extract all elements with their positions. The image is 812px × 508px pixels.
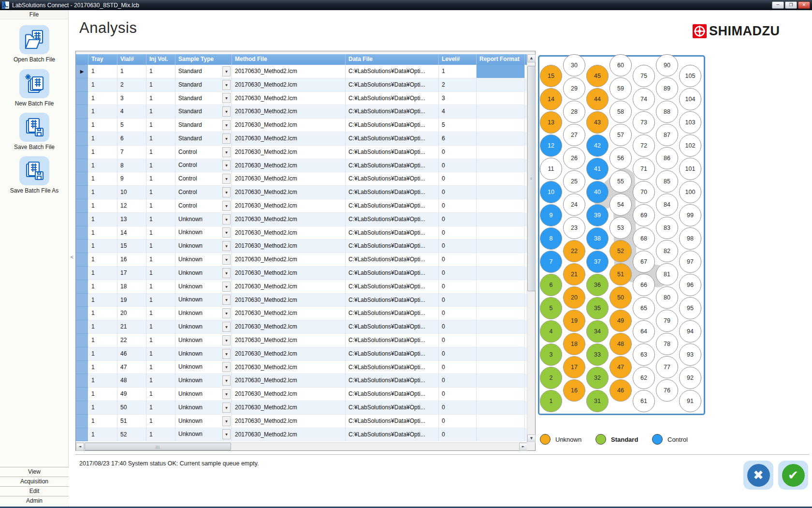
sample-type-dropdown-icon[interactable]: ▼ [222,282,231,292]
row-selector[interactable] [76,361,88,374]
row-selector[interactable] [76,374,88,388]
data-file-cell[interactable]: C:¥LabSolutions¥Data¥Opti... [346,132,439,146]
row-selector[interactable] [76,239,88,253]
method-file-cell[interactable]: 20170630_Method2.lcm [232,65,346,78]
inj-vol-cell[interactable]: 1 [146,159,175,173]
horizontal-scrollbar[interactable]: ◄ ||| ► [76,442,527,450]
tray-cell[interactable]: 1 [88,105,117,119]
row-selector[interactable] [76,388,88,401]
vial-cell[interactable]: 14 [117,226,146,240]
inj-vol-cell[interactable]: 1 [146,401,175,415]
vial-circle[interactable]: 71 [633,158,655,180]
confirm-button[interactable]: ✔ [778,461,808,490]
vial-cell[interactable]: 47 [117,361,146,374]
tray-cell[interactable]: 1 [88,415,117,428]
inj-vol-cell[interactable]: 1 [146,320,175,334]
report-format-cell[interactable] [477,401,525,415]
level-cell[interactable]: 0 [439,415,477,428]
table-row[interactable]: 1181Unknown▼20170630_Method2.lcmC:¥LabSo… [76,280,535,294]
method-file-cell[interactable]: 20170630_Method2.lcm [232,267,346,280]
row-selector[interactable] [76,146,88,159]
vial-circle[interactable]: 57 [609,124,632,146]
row-selector[interactable] [76,78,88,92]
save-batch-file-as-button[interactable]: Save Batch File As [0,156,69,194]
scroll-left-icon[interactable]: ◄ [76,443,84,451]
vial-cell[interactable]: 20 [117,307,146,320]
sample-type-cell[interactable]: Unknown▼ [175,374,232,388]
row-selector[interactable] [76,186,88,199]
tray-cell[interactable]: 1 [88,361,117,374]
table-row[interactable]: 1201Unknown▼20170630_Method2.lcmC:¥LabSo… [76,307,535,320]
sample-type-dropdown-icon[interactable]: ▼ [222,227,231,238]
vial-circle[interactable]: 70 [633,181,655,203]
table-row[interactable]: 161Standard▼20170630_Method2.lcmC:¥LabSo… [76,132,535,146]
report-format-cell[interactable] [477,172,525,186]
vial-circle[interactable]: 63 [633,344,655,366]
vial-circle[interactable]: 95 [679,297,701,319]
row-selector[interactable] [76,105,88,119]
vial-circle[interactable]: 41 [586,158,609,180]
sample-type-cell[interactable]: Unknown▼ [175,267,232,280]
vial-cell[interactable]: 5 [117,119,146,132]
row-selector[interactable] [76,119,88,132]
vial-circle[interactable]: 35 [586,297,609,319]
row-selector[interactable] [76,132,88,146]
tray-cell[interactable]: 1 [88,307,117,320]
vial-circle[interactable]: 46 [609,379,632,402]
report-format-cell[interactable] [477,294,525,307]
tray-cell[interactable]: 1 [88,401,117,415]
level-cell[interactable]: 1 [439,65,477,78]
method-file-cell[interactable]: 20170630_Method2.lcm [232,428,346,442]
table-row[interactable]: 1171Unknown▼20170630_Method2.lcmC:¥LabSo… [76,267,535,280]
vial-circle[interactable]: 87 [656,124,678,146]
data-file-cell[interactable]: C:¥LabSolutions¥Data¥Opti... [346,239,439,253]
method-file-cell[interactable]: 20170630_Method2.lcm [232,146,346,159]
table-row[interactable]: 1211Unknown▼20170630_Method2.lcmC:¥LabSo… [76,320,535,334]
vial-circle[interactable]: 56 [609,147,632,169]
level-cell[interactable]: 0 [439,213,477,226]
table-row[interactable]: 1511Unknown▼20170630_Method2.lcmC:¥LabSo… [76,415,535,428]
report-format-cell[interactable] [477,239,525,253]
level-cell[interactable]: 0 [439,401,477,415]
vial-circle[interactable]: 82 [656,240,678,262]
data-file-cell[interactable]: C:¥LabSolutions¥Data¥Opti... [346,226,439,240]
vial-cell[interactable]: 49 [117,388,146,401]
table-row[interactable]: 1141Unknown▼20170630_Method2.lcmC:¥LabSo… [76,226,535,240]
inj-vol-cell[interactable]: 1 [146,146,175,159]
vial-circle[interactable]: 33 [586,344,609,366]
report-format-cell[interactable] [477,388,525,401]
vial-circle[interactable]: 90 [656,54,678,76]
vial-cell[interactable]: 3 [117,92,146,105]
data-file-cell[interactable]: C:¥LabSolutions¥Data¥Opti... [346,307,439,320]
tray-cell[interactable]: 1 [88,78,117,92]
vial-circle[interactable]: 14 [540,88,562,110]
sample-type-dropdown-icon[interactable]: ▼ [222,429,231,439]
method-file-cell[interactable]: 20170630_Method2.lcm [232,347,346,361]
sample-type-dropdown-icon[interactable]: ▼ [222,187,231,197]
vial-circle[interactable]: 68 [633,227,655,250]
vial-circle[interactable]: 94 [679,320,701,343]
data-file-cell[interactable]: C:¥LabSolutions¥Data¥Opti... [346,186,439,199]
report-format-cell[interactable] [477,226,525,240]
vial-circle[interactable]: 78 [656,333,678,355]
report-format-cell[interactable] [477,105,525,119]
level-cell[interactable]: 0 [439,294,477,307]
sample-type-dropdown-icon[interactable]: ▼ [222,416,231,426]
table-row[interactable]: 181Control▼20170630_Method2.lcmC:¥LabSol… [76,159,535,173]
sample-type-cell[interactable]: Control▼ [175,199,232,213]
sample-type-cell[interactable]: Unknown▼ [175,415,232,428]
table-row[interactable]: 1151Unknown▼20170630_Method2.lcmC:¥LabSo… [76,239,535,253]
tray-cell[interactable]: 1 [88,132,117,146]
inj-vol-cell[interactable]: 1 [146,213,175,226]
row-selector[interactable] [76,159,88,173]
sample-type-dropdown-icon[interactable]: ▼ [222,134,231,144]
sidebar-item-edit[interactable]: Edit [0,486,69,496]
horizontal-scrollbar-thumb[interactable]: ||| [85,443,231,450]
row-selector[interactable] [76,347,88,361]
vial-circle[interactable]: 10 [540,181,562,203]
data-file-cell[interactable]: C:¥LabSolutions¥Data¥Opti... [346,347,439,361]
row-selector[interactable] [76,415,88,428]
tray-cell[interactable]: 1 [88,294,117,307]
vial-circle[interactable]: 50 [609,286,632,309]
vial-circle[interactable]: 104 [679,88,701,110]
